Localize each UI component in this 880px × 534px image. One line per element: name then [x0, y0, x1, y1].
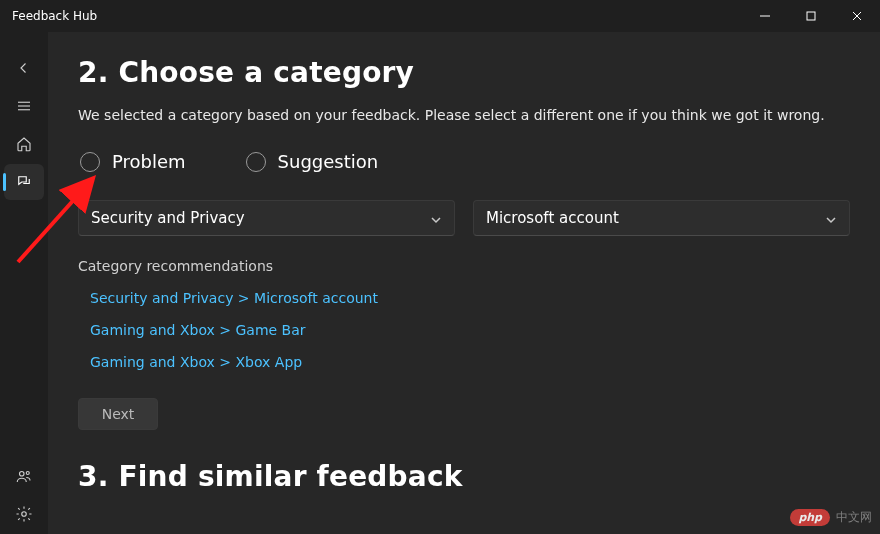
window-controls — [742, 0, 880, 32]
title-bar: Feedback Hub — [0, 0, 880, 32]
recommendations-label: Category recommendations — [78, 258, 850, 274]
sidebar-back-button[interactable] — [4, 50, 44, 86]
section-title-similar: 3. Find similar feedback — [78, 460, 850, 493]
close-icon — [852, 11, 862, 21]
svg-point-9 — [22, 512, 27, 517]
minimize-icon — [760, 11, 770, 21]
recommendation-link[interactable]: Gaming and Xbox > Xbox App — [90, 354, 850, 370]
sidebar-home-button[interactable] — [4, 126, 44, 162]
window-title: Feedback Hub — [12, 9, 97, 23]
svg-point-7 — [20, 472, 25, 477]
watermark-text: 中文网 — [836, 509, 872, 526]
back-arrow-icon — [15, 59, 33, 77]
chevron-down-icon — [825, 212, 837, 224]
section-description: We selected a category based on your fee… — [78, 107, 850, 123]
next-button[interactable]: Next — [78, 398, 158, 430]
subcategory-dropdown[interactable]: Microsoft account — [473, 200, 850, 236]
app-body: 2. Choose a category We selected a categ… — [0, 32, 880, 534]
minimize-button[interactable] — [742, 0, 788, 32]
svg-rect-1 — [807, 12, 815, 20]
recommendation-link[interactable]: Security and Privacy > Microsoft account — [90, 290, 850, 306]
maximize-icon — [806, 11, 816, 21]
watermark-pill: php — [790, 509, 830, 526]
close-button[interactable] — [834, 0, 880, 32]
category-dropdown[interactable]: Security and Privacy — [78, 200, 455, 236]
home-icon — [15, 135, 33, 153]
app-window: Feedback Hub — [0, 0, 880, 534]
radio-problem-label: Problem — [112, 151, 186, 172]
radio-problem[interactable]: Problem — [80, 151, 186, 172]
category-dropdown-row: Security and Privacy Microsoft account — [78, 200, 850, 236]
feedback-icon — [15, 173, 33, 191]
feedback-type-radio-group: Problem Suggestion — [78, 151, 850, 172]
gear-icon — [15, 505, 33, 523]
main-content: 2. Choose a category We selected a categ… — [48, 32, 880, 534]
sidebar-feedback-button[interactable] — [4, 164, 44, 200]
maximize-button[interactable] — [788, 0, 834, 32]
people-icon — [15, 467, 33, 485]
radio-circle-icon — [246, 152, 266, 172]
recommendations-list: Security and Privacy > Microsoft account… — [78, 290, 850, 370]
radio-suggestion-label: Suggestion — [278, 151, 379, 172]
radio-suggestion[interactable]: Suggestion — [246, 151, 379, 172]
sidebar-menu-button[interactable] — [4, 88, 44, 124]
sidebar-community-button[interactable] — [4, 458, 44, 494]
sidebar-settings-button[interactable] — [4, 496, 44, 532]
svg-point-8 — [26, 472, 29, 475]
sidebar — [0, 32, 48, 534]
subcategory-dropdown-value: Microsoft account — [486, 209, 619, 227]
hamburger-icon — [15, 97, 33, 115]
recommendation-link[interactable]: Gaming and Xbox > Game Bar — [90, 322, 850, 338]
section-title-category: 2. Choose a category — [78, 56, 850, 89]
chevron-down-icon — [430, 212, 442, 224]
watermark: php 中文网 — [790, 509, 872, 526]
radio-circle-icon — [80, 152, 100, 172]
category-dropdown-value: Security and Privacy — [91, 209, 245, 227]
